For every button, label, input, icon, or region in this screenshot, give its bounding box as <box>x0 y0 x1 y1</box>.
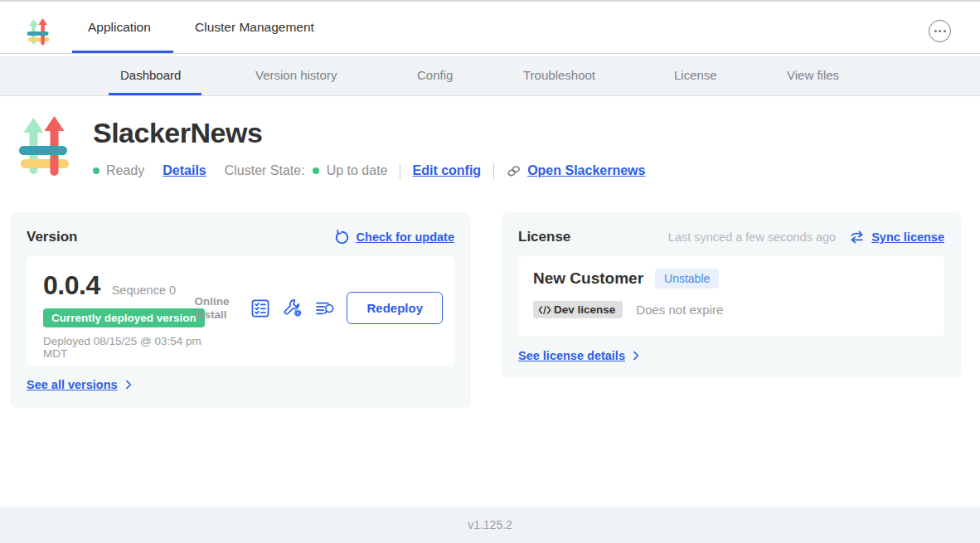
tab-cluster-management[interactable]: Cluster Management <box>195 2 314 53</box>
ellipsis-icon <box>934 30 937 32</box>
console-version-footer: v1.125.2 <box>0 507 980 543</box>
see-license-details-link[interactable]: See license details <box>518 349 625 362</box>
license-type-badge: Dev license <box>533 301 623 318</box>
refresh-icon <box>334 230 350 245</box>
sync-license-link[interactable]: Sync license <box>849 230 944 245</box>
app-sub-navigation: Dashboard Version history Config Trouble… <box>0 56 980 96</box>
subnav-troubleshoot[interactable]: Troubleshoot <box>523 56 595 96</box>
subnav-config[interactable]: Config <box>417 56 453 96</box>
details-link[interactable]: Details <box>163 163 206 178</box>
active-tab-underline <box>72 51 173 53</box>
tab-application[interactable]: Application <box>88 2 151 53</box>
sequence-label: Sequence 0 <box>112 284 176 297</box>
chevron-right-icon <box>122 378 135 391</box>
app-logo-icon <box>26 18 51 46</box>
install-type-label: Online Install <box>194 295 239 321</box>
deployed-timestamp: Deployed 08/15/25 @ 03:54 pm MDT <box>43 335 217 360</box>
config-wrench-icon[interactable] <box>282 297 303 320</box>
license-card: License Last synced a few seconds ago Sy… <box>502 212 961 378</box>
license-expiry: Does not expire <box>636 303 723 317</box>
admin-console: Application Cluster Management Dashboard… <box>0 0 980 543</box>
chevron-right-icon <box>629 349 643 362</box>
customer-name: New Customer <box>533 269 643 288</box>
current-version-panel: 0.0.4 Sequence 0 Currently deployed vers… <box>27 256 454 366</box>
active-subnav-underline <box>109 93 201 95</box>
app-ready-dot <box>93 167 99 174</box>
license-card-title: License <box>518 229 570 245</box>
last-synced-label: Last synced a few seconds ago <box>668 230 836 244</box>
app-status-row: Ready Details Cluster State: Up to date … <box>93 162 645 179</box>
channel-badge: Unstable <box>655 269 719 288</box>
version-card: Version Check for update 0.0.4 Sequence … <box>10 212 471 408</box>
subnav-license[interactable]: License <box>674 56 717 96</box>
edit-config-link[interactable]: Edit config <box>412 163 481 178</box>
app-logo-large <box>17 115 70 180</box>
app-state-label: Ready <box>106 163 144 178</box>
sync-arrows-icon <box>849 230 865 245</box>
subnav-dashboard[interactable]: Dashboard <box>120 56 181 96</box>
version-card-title: Version <box>27 229 77 245</box>
link-chain-icon <box>506 162 522 179</box>
subnav-view-files[interactable]: View files <box>787 56 839 96</box>
see-all-versions-link[interactable]: See all versions <box>27 378 118 391</box>
redeploy-button[interactable]: Redeploy <box>347 292 443 324</box>
code-brackets-icon <box>538 304 551 316</box>
page-title: SlackerNews <box>93 117 262 149</box>
divider <box>493 163 494 179</box>
open-app-link[interactable]: Open Slackernews <box>506 162 645 179</box>
license-panel: New Customer Unstable Dev license Does n… <box>518 256 944 337</box>
console-version: v1.125.2 <box>468 518 512 531</box>
cluster-state-label: Cluster State: <box>225 163 305 178</box>
more-options-button[interactable] <box>929 20 951 42</box>
subnav-version-history[interactable]: Version history <box>255 56 337 96</box>
top-navigation-bar: Application Cluster Management <box>0 0 980 54</box>
check-for-update-link[interactable]: Check for update <box>334 230 454 245</box>
deployed-status-badge: Currently deployed version <box>43 308 205 327</box>
version-number: 0.0.4 <box>43 270 100 301</box>
cluster-state-value: Up to date <box>327 163 388 178</box>
view-files-search-icon[interactable] <box>314 297 336 320</box>
preflight-checks-icon[interactable] <box>250 297 271 320</box>
cluster-state-dot <box>313 167 319 174</box>
divider <box>400 163 400 179</box>
